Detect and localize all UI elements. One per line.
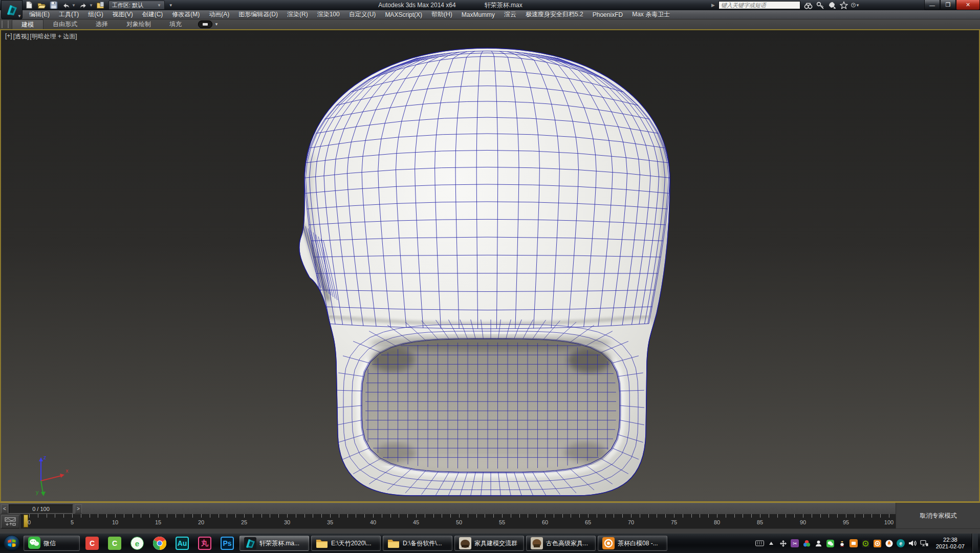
infocenter-collapse-arrow[interactable]: ▶	[711, 3, 715, 8]
binoculars-search-icon[interactable]	[804, 2, 813, 9]
cancel-expert-mode-button[interactable]: 取消专家模式	[920, 512, 957, 520]
open-file-icon[interactable]	[37, 1, 46, 9]
menu-item-15[interactable]: 极速瘦身安全归档5.2	[521, 10, 588, 19]
taskbar-window-1[interactable]: E:\天竹2020\...	[311, 536, 381, 551]
menu-item-6[interactable]: 动画(A)	[204, 10, 234, 19]
nvidia-tray-icon[interactable]	[861, 539, 870, 548]
close-button[interactable]: ✕	[956, 0, 980, 10]
menu-item-9[interactable]: 渲染100	[313, 10, 344, 19]
ruler-tick	[872, 514, 872, 518]
ruler-label-35: 35	[321, 519, 339, 525]
ruler-tick	[253, 514, 253, 518]
pinned-camtasia-recorder-icon[interactable]: C	[81, 535, 103, 552]
star-favorites-icon[interactable]	[839, 2, 848, 9]
save-file-icon[interactable]	[49, 1, 58, 9]
undo-icon[interactable]	[61, 1, 71, 9]
menu-item-0[interactable]: 编辑(E)	[25, 10, 54, 19]
taskbar-window-0[interactable]: 轩荣茶杯.ma...	[239, 536, 309, 551]
taskbar-window-5[interactable]: 茶杯白模08 -...	[598, 536, 667, 551]
hidden-icons-tray-icon[interactable]	[767, 539, 776, 548]
taskbar-window-3[interactable]: 家具建模交流群	[454, 536, 524, 551]
ruler-label-75: 75	[665, 519, 683, 525]
curve-editor-icon	[5, 517, 16, 526]
toolbar-overflow-arrow[interactable]: ▼	[169, 3, 173, 8]
search-input[interactable]	[718, 1, 800, 9]
menu-item-8[interactable]: 渲染(R)	[282, 10, 313, 19]
menu-item-14[interactable]: 渲云	[499, 10, 521, 19]
ribbon-grip[interactable]	[2, 20, 9, 28]
ruler-tick	[63, 514, 64, 518]
expert-mode-panel: 取消专家模式	[896, 503, 980, 528]
network-tray-icon[interactable]	[920, 539, 929, 548]
max-logo-button[interactable]: ▼	[1, 0, 23, 19]
restore-button[interactable]: ❐	[940, 0, 956, 10]
menu-item-3[interactable]: 视图(V)	[108, 10, 138, 19]
ruler-tick	[133, 514, 133, 518]
time-slider-track[interactable]: < 0 / 100 >	[0, 503, 896, 514]
undo-dropdown-arrow[interactable]: ▼	[72, 3, 76, 8]
viewport-menu-pov[interactable]: [透视]	[13, 32, 29, 41]
ribbon-tab-0[interactable]: 建模	[12, 19, 43, 30]
taskbar-wechat-button[interactable]: 微信	[24, 536, 80, 551]
ribbon-tab-3[interactable]: 对象绘制	[117, 19, 160, 29]
ribbon-options-button[interactable]	[198, 20, 212, 28]
redo-icon[interactable]	[79, 1, 88, 9]
pinned-browser-360-icon[interactable]: e	[126, 535, 148, 552]
menu-item-2[interactable]: 组(G)	[83, 10, 107, 19]
menu-item-13[interactable]: MaxMummy	[457, 11, 499, 18]
wechat-tray-tray-icon[interactable]	[826, 539, 835, 548]
viewport-menu-shading[interactable]: [明暗处理 + 边面]	[30, 32, 77, 41]
menu-item-12[interactable]: 帮助(H)	[427, 10, 457, 19]
new-file-icon[interactable]	[25, 1, 34, 9]
ribbon-tab-4[interactable]: 填充	[160, 19, 191, 29]
show-desktop-button[interactable]	[972, 534, 978, 553]
key-license-icon[interactable]	[816, 2, 824, 9]
menu-item-1[interactable]: 工具(T)	[54, 10, 83, 19]
taskbar-window-2[interactable]: D:\备份软件\...	[383, 536, 452, 551]
menu-item-7[interactable]: 图形编辑器(D)	[234, 10, 282, 19]
menu-item-10[interactable]: 自定义(U)	[344, 10, 381, 19]
ribbon-options-arrow[interactable]: ▼	[214, 22, 219, 27]
start-button[interactable]	[1, 534, 23, 553]
ribbon-tab-1[interactable]: 自由形式	[43, 19, 86, 29]
window-orange-tray-icon[interactable]	[850, 539, 858, 548]
menu-item-11[interactable]: MAXScript(X)	[380, 11, 427, 18]
input-method-tray-icon[interactable]	[779, 539, 788, 548]
teacup-wireframe-model[interactable]	[1, 30, 979, 501]
tricolor-dict-tray-icon[interactable]	[802, 539, 811, 548]
next-frame-button[interactable]: >	[75, 504, 82, 514]
project-folder-icon[interactable]	[96, 1, 105, 9]
mini-curve-editor-button[interactable]	[1, 515, 19, 528]
time-slider-handle[interactable]: 0 / 100	[9, 504, 73, 514]
capture-orange-tray-icon[interactable]	[873, 539, 882, 548]
satellite-communication-icon[interactable]	[827, 2, 836, 9]
keyboard-tray-icon[interactable]	[755, 539, 764, 548]
netcut-tray-icon[interactable]: ✂	[791, 539, 799, 548]
pinned-camtasia-studio-icon[interactable]: C	[103, 535, 126, 552]
menu-item-4[interactable]: 创建(C)	[138, 10, 168, 19]
minimize-button[interactable]: —	[924, 0, 940, 10]
menu-item-5[interactable]: 修改器(M)	[167, 10, 204, 19]
huorong-flame-tray-icon[interactable]	[885, 539, 894, 548]
track-bar-ruler[interactable]: 0510152025303540455055606570758085909510…	[20, 514, 896, 529]
contacts-tray-icon[interactable]	[814, 539, 823, 548]
viewport-menu-general[interactable]: [+]	[5, 32, 12, 41]
pinned-wan-app-icon[interactable]: 丸	[193, 535, 216, 552]
help-circle-icon[interactable]: ?▼	[851, 2, 860, 9]
eset-tray-icon[interactable]: e	[897, 539, 905, 548]
menu-item-17[interactable]: Max 杀毒卫士	[627, 10, 674, 19]
redo-dropdown-arrow[interactable]: ▼	[89, 3, 93, 8]
ribbon-tab-2[interactable]: 选择	[86, 19, 117, 29]
taskbar-clock[interactable]: 22:38 2021-02-07	[932, 537, 969, 550]
perspective-viewport[interactable]: [+] [透视] [明暗处理 + 边面] z x y	[0, 29, 980, 503]
volume-tray-icon[interactable]	[908, 539, 917, 548]
pinned-audition-icon[interactable]: Au	[171, 535, 193, 552]
pinned-chrome-icon[interactable]	[148, 535, 171, 552]
ruler-tick	[794, 514, 795, 518]
taskbar-window-4[interactable]: 古色高级家具...	[526, 536, 596, 551]
workspace-selector[interactable]: 工作区: 默认▼	[108, 1, 165, 10]
qq-tray-icon[interactable]	[838, 539, 846, 548]
previous-frame-button[interactable]: <	[1, 504, 8, 514]
pinned-photoshop-icon[interactable]: Ps	[216, 535, 238, 552]
menu-item-16[interactable]: PhoenixFD	[588, 11, 627, 18]
